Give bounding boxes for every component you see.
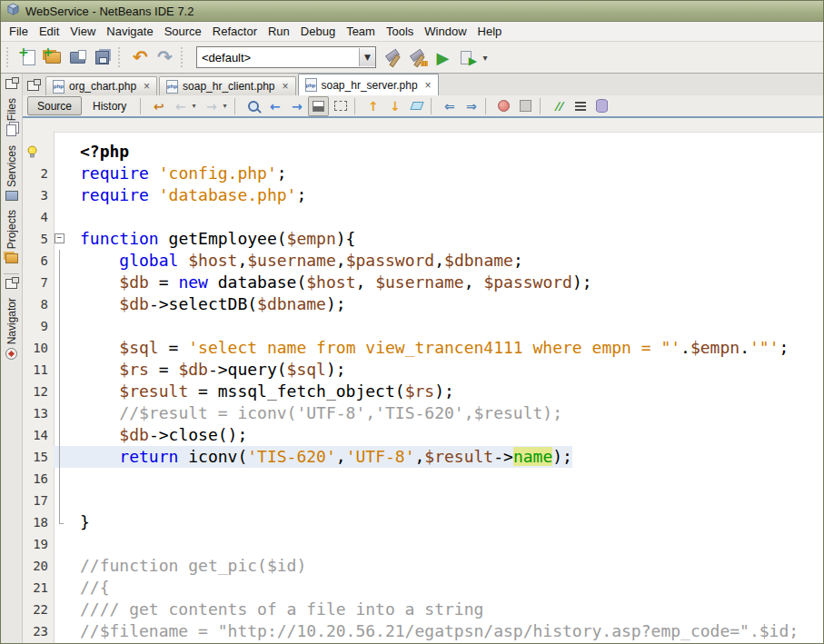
dock-window-icon[interactable] xyxy=(27,81,39,91)
line-number[interactable]: 4 xyxy=(23,206,54,228)
tab-label: soap_hr_client.php xyxy=(183,80,274,93)
line-number[interactable]: 7 xyxy=(23,272,54,293)
sidebar-item-projects[interactable]: Projects xyxy=(5,205,18,267)
line-number[interactable]: 20 xyxy=(23,555,54,577)
run-project-icon[interactable]: ▶ xyxy=(432,46,454,69)
hint-bulb-icon[interactable] xyxy=(23,141,54,163)
code-token: 'select name from view_trancen4111 where… xyxy=(188,338,680,357)
history-view-button[interactable]: History xyxy=(83,96,136,115)
toggle-bookmark-icon[interactable] xyxy=(406,96,427,116)
build-project-icon[interactable] xyxy=(382,46,405,69)
chevron-down-icon[interactable]: ▼ xyxy=(359,48,375,66)
line-number[interactable]: 17 xyxy=(23,490,54,511)
code-editor[interactable]: <?php2require 'config.php';3require 'dat… xyxy=(23,118,823,643)
menu-view[interactable]: View xyxy=(65,23,101,40)
line-number[interactable]: 19 xyxy=(23,533,54,555)
sidebar-item-files[interactable]: Files xyxy=(5,94,18,141)
forward-icon[interactable]: → xyxy=(201,96,222,116)
menu-window[interactable]: Window xyxy=(419,23,472,40)
previous-bookmark-icon[interactable]: ↑ xyxy=(362,96,383,116)
line-number[interactable]: 15 xyxy=(23,446,54,468)
line-number[interactable]: 22 xyxy=(23,599,54,620)
debug-dropdown-icon[interactable]: ▾ xyxy=(480,53,491,63)
back-icon[interactable]: ← xyxy=(170,96,191,116)
stop-macro-icon[interactable] xyxy=(515,96,536,116)
database-icon[interactable] xyxy=(591,96,612,116)
next-bookmark-icon[interactable]: ↓ xyxy=(384,96,405,116)
menu-tools[interactable]: Tools xyxy=(381,23,419,40)
sidebar-item-navigator[interactable]: Navigator xyxy=(5,293,18,364)
line-number[interactable]: 12 xyxy=(23,381,54,402)
comment-icon[interactable]: // xyxy=(548,96,569,116)
dropdown-icon[interactable]: ▾ xyxy=(223,102,231,110)
line-number[interactable]: 11 xyxy=(23,359,54,381)
code-token: ); xyxy=(326,294,346,313)
toggle-highlight-icon[interactable] xyxy=(308,96,329,116)
fold-toggle[interactable] xyxy=(54,228,67,250)
save-all-icon[interactable] xyxy=(91,46,114,69)
source-view-button[interactable]: Source xyxy=(27,96,82,115)
sidebar-item-services[interactable]: Services xyxy=(5,141,18,205)
code-token xyxy=(80,272,119,292)
fold-column xyxy=(54,184,67,206)
tab-soap_hr_server-php[interactable]: phpsoap_hr_server.php× xyxy=(298,74,439,95)
close-icon[interactable]: × xyxy=(283,81,289,92)
line-number[interactable]: 5 xyxy=(23,228,54,250)
tab-soap_hr_client-php[interactable]: phpsoap_hr_client.php× xyxy=(159,76,295,95)
line-number[interactable]: 13 xyxy=(23,402,54,424)
line-number[interactable]: 16 xyxy=(23,468,54,490)
dock-window-icon[interactable] xyxy=(5,279,17,289)
menu-refactor[interactable]: Refactor xyxy=(207,23,263,40)
menu-team[interactable]: Team xyxy=(341,23,381,40)
rectangular-selection-icon-shape xyxy=(334,101,347,111)
open-project-icon[interactable] xyxy=(66,46,89,69)
menu-source[interactable]: Source xyxy=(159,23,207,40)
line-number[interactable]: 2 xyxy=(23,163,54,184)
uncomment-icon[interactable] xyxy=(570,96,591,116)
line-number[interactable]: 10 xyxy=(23,337,54,359)
new-file-icon[interactable] xyxy=(17,46,40,69)
line-number[interactable]: 6 xyxy=(23,250,54,272)
menu-file[interactable]: File xyxy=(4,23,34,40)
menu-navigate[interactable]: Navigate xyxy=(101,23,158,40)
line-number[interactable]: 18 xyxy=(23,511,54,533)
line-number[interactable]: 14 xyxy=(23,424,54,446)
code-token: $rs xyxy=(119,360,149,379)
rectangular-selection-icon[interactable] xyxy=(330,96,351,116)
code-token: , xyxy=(415,447,425,466)
redo-icon[interactable]: ↷ xyxy=(154,46,176,69)
menu-edit[interactable]: Edit xyxy=(34,23,65,40)
line-number[interactable]: 23 xyxy=(23,620,54,642)
undo-icon[interactable]: ↶ xyxy=(129,46,152,69)
debug-project-icon[interactable] xyxy=(456,46,479,69)
close-icon[interactable]: × xyxy=(144,81,150,92)
menu-debug[interactable]: Debug xyxy=(295,23,341,40)
code-area[interactable]: <?php2require 'config.php';3require 'dat… xyxy=(23,133,823,642)
line-number[interactable]: 9 xyxy=(23,315,54,337)
next-occurrence-icon[interactable]: → xyxy=(286,96,307,116)
code-text: $sql = 'select name from view_trancen411… xyxy=(67,337,789,359)
line-number[interactable]: 21 xyxy=(23,577,54,599)
new-project-icon[interactable] xyxy=(42,46,65,69)
menu-help[interactable]: Help xyxy=(472,23,508,40)
line-number[interactable]: 8 xyxy=(23,293,54,315)
close-icon[interactable]: × xyxy=(425,80,432,91)
code-line: 3require 'database.php'; xyxy=(23,184,823,206)
code-text: //function get_pic($id) xyxy=(67,555,306,577)
configuration-value: <default> xyxy=(197,51,251,64)
line-number[interactable]: 3 xyxy=(23,184,54,206)
last-edit-location-icon[interactable]: ↩ xyxy=(148,96,169,116)
previous-occurrence-icon[interactable]: ← xyxy=(264,96,285,116)
shift-left-icon[interactable]: ⇐ xyxy=(439,96,460,116)
dropdown-icon[interactable]: ▾ xyxy=(192,102,200,110)
configuration-select[interactable]: <default>▼ xyxy=(196,46,376,68)
clean-build-project-icon[interactable] xyxy=(407,46,430,69)
tab-org_chart-php[interactable]: phporg_chart.php× xyxy=(45,76,157,95)
menu-run[interactable]: Run xyxy=(263,23,295,40)
record-macro-icon[interactable] xyxy=(493,96,514,116)
shift-right-icon[interactable]: ⇒ xyxy=(461,96,481,116)
fold-column xyxy=(54,533,67,555)
code-token: $result xyxy=(119,381,188,401)
find-selection-icon[interactable] xyxy=(243,96,263,116)
dock-window-icon[interactable] xyxy=(5,79,17,89)
